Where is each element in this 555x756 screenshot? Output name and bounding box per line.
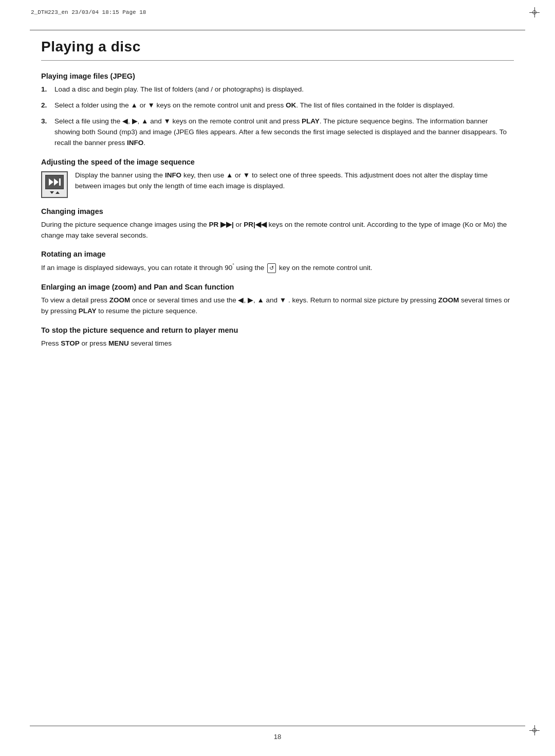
title-rule: [41, 60, 514, 61]
page-container: 2_DTH223_en 23/03/04 18:15 Page 18 18 Pl…: [0, 0, 555, 756]
adjusting-speed-content: Display the banner using the INFO key, t…: [41, 170, 514, 198]
list-num-1: 1.: [41, 84, 52, 95]
crosshair-circle-bottom: [532, 728, 536, 732]
print-info-text: 2_DTH223_en 23/03/04 18:15 Page 18: [31, 9, 146, 15]
print-header: 2_DTH223_en 23/03/04 18:15 Page 18: [31, 9, 146, 15]
section-heading-rotating: Rotating an image: [41, 250, 514, 258]
crosshair-circle-top: [532, 10, 536, 14]
section-heading-stop: To stop the picture sequence and return …: [41, 326, 514, 334]
list-text-3: Select a file using the ◀, ▶, ▲ and ▼ ke…: [54, 116, 514, 149]
section-heading-changing-images: Changing images: [41, 207, 514, 215]
enlarging-image-para: To view a detail press ZOOM once or seve…: [41, 295, 514, 317]
list-num-3: 3.: [41, 116, 52, 127]
section-heading-adjusting-speed: Adjusting the speed of the image sequenc…: [41, 158, 514, 166]
speed-icon-box: [41, 171, 68, 198]
list-text-1: Load a disc and begin play. The list of …: [54, 84, 514, 95]
list-item-2: 2. Select a folder using the ▲ or ▼ keys…: [41, 100, 514, 111]
rotate-key-icon: ↺: [267, 263, 276, 273]
changing-images-para: During the picture sequence change image…: [41, 220, 514, 241]
list-item-1: 1. Load a disc and begin play. The list …: [41, 84, 514, 95]
bottom-rule: [30, 726, 525, 726]
rotating-image-para: If an image is displayed sideways, you c…: [41, 262, 514, 273]
adjusting-speed-text: Display the banner using the INFO key, t…: [75, 170, 514, 192]
main-content: Playing a disc Playing image files (JPEG…: [41, 39, 514, 715]
list-text-2: Select a folder using the ▲ or ▼ keys on…: [54, 100, 514, 111]
page-number: 18: [274, 733, 281, 741]
page-title: Playing a disc: [41, 39, 514, 55]
list-item-3: 3. Select a file using the ◀, ▶, ▲ and ▼…: [41, 116, 514, 149]
section-heading-enlarging: Enlarging an image (zoom) and Pan and Sc…: [41, 283, 514, 291]
section-heading-playing-image-files: Playing image files (JPEG): [41, 72, 514, 80]
crosshair-top-right: [529, 7, 540, 17]
numbered-list: 1. Load a disc and begin play. The list …: [41, 84, 514, 149]
top-rule: [30, 30, 525, 30]
list-num-2: 2.: [41, 100, 52, 111]
crosshair-bottom-right: [529, 725, 540, 735]
stop-sequence-para: Press STOP or press MENU several times: [41, 338, 514, 349]
